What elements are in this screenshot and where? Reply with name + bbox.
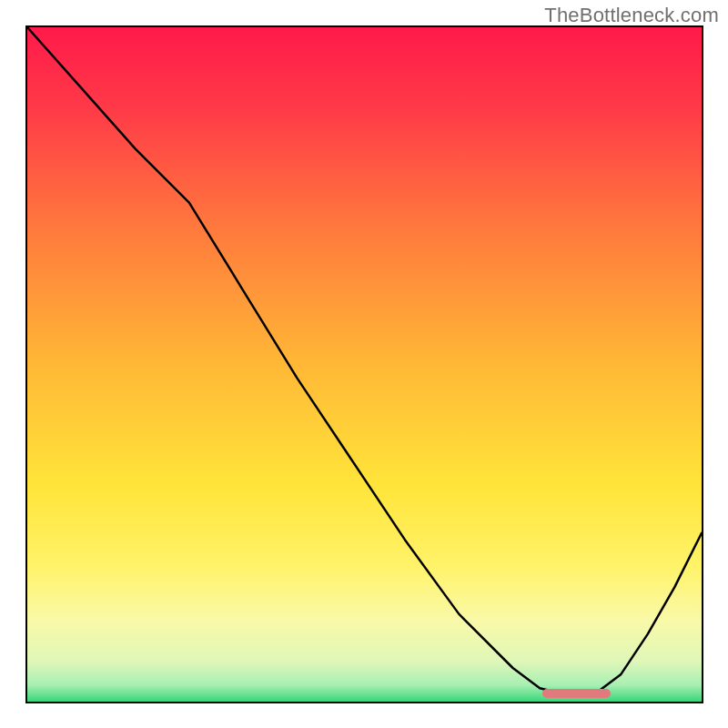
plot-area [25, 25, 703, 703]
chart-container: TheBottleneck.com [0, 0, 728, 728]
optimal-range-marker [542, 689, 611, 698]
bottleneck-curve [27, 27, 702, 702]
watermark-text: TheBottleneck.com [544, 4, 719, 27]
